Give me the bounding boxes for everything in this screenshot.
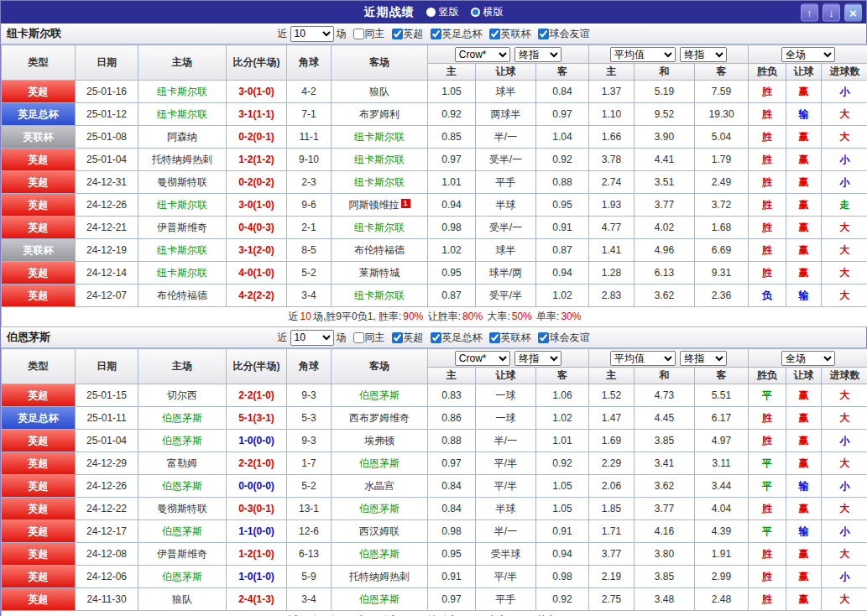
corners: 1-7 [287,452,332,475]
checkbox-input[interactable] [538,29,549,39]
league-cup-checkbox[interactable]: 英联杯 [489,331,531,345]
score: 3-1(1-1) [227,103,287,126]
move-down-button[interactable]: ↓ [823,3,840,21]
result-handicap: 赢 [786,217,822,239]
avg-home: 1.37 [589,81,635,103]
score: 2-4(1-3) [227,588,287,611]
recent-label-suffix: 场 [337,27,347,41]
result-outcome: 平 [749,520,786,543]
league-badge-cell: 英超 [2,452,76,475]
avg-away: 6.17 [695,407,749,430]
corners: 5-3 [287,407,332,430]
odds-source-select[interactable]: Crow* [455,47,510,62]
same-venue-checkbox[interactable]: 同主 [353,27,385,41]
league-cup-checkbox[interactable]: 英联杯 [489,27,531,41]
checkbox-input[interactable] [489,332,500,343]
odds-stage-select[interactable]: 终指 [514,351,561,366]
avg-home: 3.77 [589,543,635,566]
odds-home: 0.95 [428,262,476,285]
checkbox-input[interactable] [431,29,441,39]
result-scope-select[interactable]: 全场 [781,47,835,62]
corners: 9-3 [287,430,332,452]
avg-home: 2.19 [589,566,635,588]
avg-draw-header: 和 [635,64,695,81]
home-team: 纽卡斯尔联 [138,81,227,103]
friendly-checkbox[interactable]: 球会友谊 [538,27,590,41]
league-badge-cell: 英超 [2,588,76,611]
match-count-select[interactable]: 10 [290,330,334,346]
radio-icon [426,8,436,17]
avg-stage-select[interactable]: 终指 [680,47,727,62]
checkbox-input[interactable] [353,332,364,343]
odds-home: 1.05 [428,81,476,103]
odds-away: 0.94 [536,543,589,566]
same-venue-checkbox[interactable]: 同主 [353,331,385,345]
avg-home: 1.52 [589,384,635,407]
close-button[interactable]: × [844,3,862,21]
friendly-checkbox[interactable]: 球会友谊 [538,331,590,345]
league-badge-cell: 英足总杯 [2,103,76,126]
checkbox-input[interactable] [392,29,403,39]
avg-odds-header: 平均值 终指 [589,349,749,368]
result-handicap: 赢 [786,194,822,217]
league-badge-cell: 英联杯 [2,239,76,262]
move-up-button[interactable]: ↑ [801,3,818,21]
result-outcome: 胜 [749,588,786,611]
odds-handicap-header: 让球 [476,64,536,81]
league-badge-cell: 英超 [2,285,76,307]
checkbox-input[interactable] [353,29,364,39]
layout-radio-horizontal[interactable]: 横版 [471,5,504,19]
home-team: 托特纳姆热刺 [138,149,227,171]
odds-home: 1.01 [428,171,476,194]
checkbox-input[interactable] [489,29,500,39]
odds-handicap: 受半/一 [476,149,536,171]
summary-row: 近10场,胜6平4负0, 胜率:60% 让胜率:80% 大率:60% 单率:40… [2,611,867,616]
odds-away: 0.95 [536,194,589,217]
away-team: 伯恩茅斯 [332,452,428,475]
avg-away: 4.39 [695,520,749,543]
league-badge-cell: 英超 [2,217,76,239]
odds-handicap: 两球半 [476,103,536,126]
odds-away: 1.04 [536,126,589,149]
league-badge-cell: 英超 [2,384,76,407]
fa-cup-checkbox[interactable]: 英足总杯 [431,27,483,41]
match-row: 英联杯25-01-08阿森纳0-2(0-1)11-1纽卡斯尔联0.85半/一1.… [2,126,867,149]
result-scope-select[interactable]: 全场 [781,351,835,366]
result-outcome: 胜 [749,239,786,262]
result-outcome: 胜 [749,103,786,126]
odds-stage-select[interactable]: 终指 [514,47,561,62]
match-date: 25-01-04 [76,430,138,452]
home-team: 纽卡斯尔联 [138,103,227,126]
odds-away: 1.06 [536,384,589,407]
away-team: 伯恩茅斯 [332,498,428,520]
checkbox-input[interactable] [538,332,549,343]
summary-text: 近10场,胜9平0负1, 胜率:90% 让胜率:80% 大率:50% 单率:30… [2,310,867,324]
league-badge: 英超 [2,194,75,216]
checkbox-input[interactable] [431,332,441,343]
odds-away: 0.92 [536,588,589,611]
result-outcome: 胜 [749,430,786,452]
checkbox-input[interactable] [392,332,403,343]
avg-draw: 4.41 [635,149,695,171]
corners: 9-6 [287,194,332,217]
avg-source-select[interactable]: 平均值 [610,47,676,62]
league-badge: 英超 [2,452,75,474]
avg-stage-select[interactable]: 终指 [680,351,727,366]
epl-checkbox[interactable]: 英超 [392,27,424,41]
match-count-select[interactable]: 10 [290,26,334,42]
avg-source-select[interactable]: 平均值 [610,351,676,366]
summary-cell: 近10场,胜6平4负0, 胜率:60% 让胜率:80% 大率:60% 单率:40… [2,611,867,616]
match-row: 英超24-12-14纽卡斯尔联4-0(1-0)5-2莱斯特城0.95球半/两0.… [2,262,867,285]
layout-radio-vertical[interactable]: 竖版 [426,5,459,19]
match-row: 英超25-01-04托特纳姆热刺1-2(1-2)9-10纽卡斯尔联0.97受半/… [2,149,867,171]
fa-cup-checkbox[interactable]: 英足总杯 [431,331,483,345]
avg-home: 4.77 [589,217,635,239]
home-team: 伊普斯维奇 [138,217,227,239]
odds-source-select[interactable]: Crow* [455,351,510,366]
odds-home: 0.95 [428,543,476,566]
epl-checkbox[interactable]: 英超 [392,331,424,345]
score: 1-2(1-0) [227,543,287,566]
score: 2-2(1-0) [227,384,287,407]
page-title: 近期战绩 [364,5,415,20]
result-outcome: 胜 [749,149,786,171]
